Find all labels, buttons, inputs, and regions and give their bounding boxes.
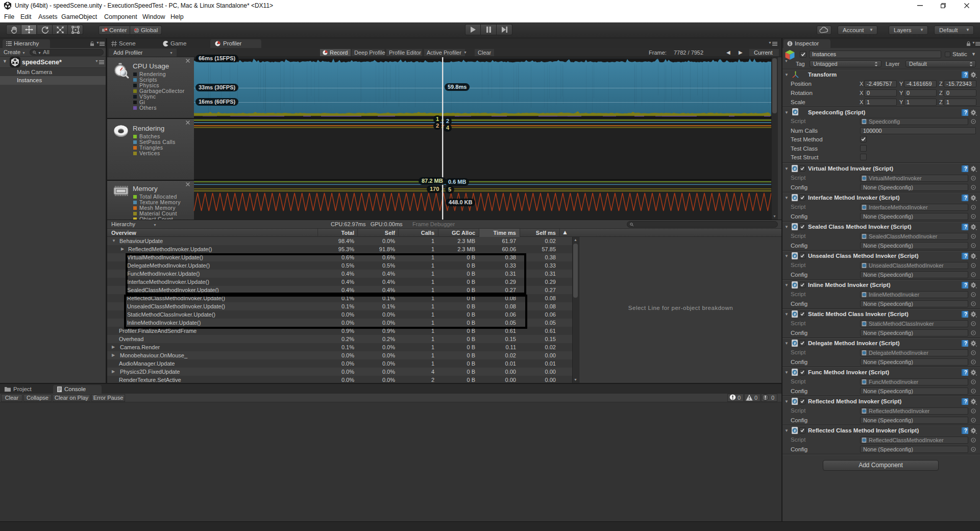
svg-text:?: ? bbox=[964, 110, 967, 115]
svg-text:?: ? bbox=[964, 166, 967, 172]
svg-text:?: ? bbox=[964, 428, 967, 433]
svg-text:?: ? bbox=[964, 370, 967, 375]
svg-text:?: ? bbox=[964, 399, 967, 404]
svg-text:?: ? bbox=[964, 72, 967, 78]
svg-text:?: ? bbox=[964, 195, 967, 201]
svg-text:?: ? bbox=[964, 341, 967, 346]
svg-text:?: ? bbox=[964, 282, 967, 288]
svg-text:?: ? bbox=[964, 224, 967, 230]
svg-text:?: ? bbox=[964, 253, 967, 259]
svg-text:?: ? bbox=[964, 311, 967, 317]
